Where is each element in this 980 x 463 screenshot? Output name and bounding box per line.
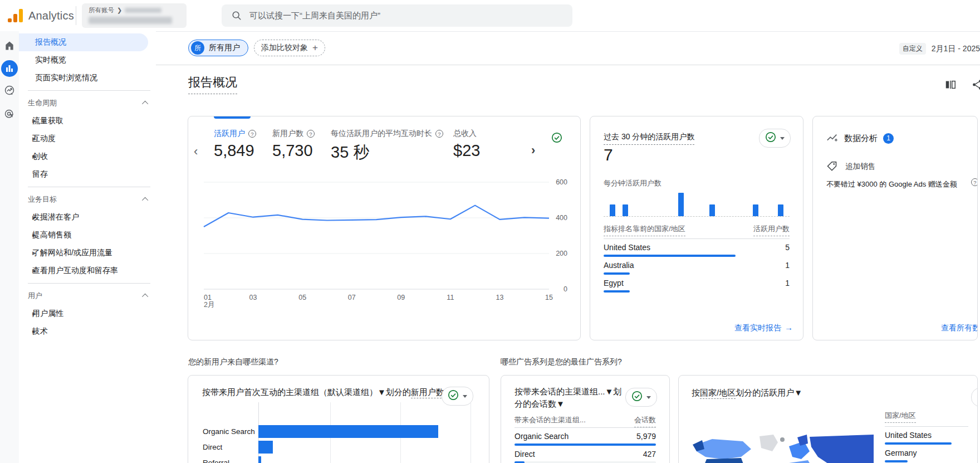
channel-bar — [258, 425, 438, 438]
svg-text:400: 400 — [556, 214, 567, 222]
metric-value: 35 秒 — [331, 142, 453, 164]
realtime-title[interactable]: 过去 30 分钟的活跃用户数 — [604, 132, 694, 145]
channels-chart-title[interactable]: 按带来用户首次互动的主渠道组（默认渠道组）▼划分的新用户数 — [202, 387, 450, 398]
sidebar-item[interactable]: ▶用户属性 — [19, 305, 156, 323]
sidebar-item[interactable]: ▶流量获取 — [19, 112, 156, 130]
sessions-table: Organic Search5,979Direct427 — [514, 428, 656, 463]
selected-metric-indicator — [214, 116, 251, 119]
tag-icon — [826, 161, 837, 172]
sidebar-section-header[interactable]: 业务目标 — [19, 191, 156, 208]
map-country-row: United States — [885, 427, 968, 445]
expand-arrow-icon: ▶ — [19, 118, 32, 124]
metric-label: 每位活跃用户的平均互动时长? — [331, 129, 453, 139]
sidebar-item[interactable]: ▶互动度 — [19, 130, 156, 148]
page-title[interactable]: 报告概况 — [188, 74, 237, 94]
advertising-icon[interactable] — [4, 109, 15, 120]
expand-arrow-icon: ▶ — [19, 250, 32, 256]
help-icon[interactable]: ? — [971, 178, 978, 186]
comparison-row: 所 所有用户 添加比较对象 + — [188, 40, 325, 56]
overview-chart-card: ‹ 活跃用户?5,849新用户数?5,730每位活跃用户的平均互动时长?35 秒… — [188, 116, 581, 340]
metric-tab[interactable]: 活跃用户?5,849 — [214, 129, 272, 164]
sidebar-item[interactable]: 页面实时浏览情况 — [19, 69, 148, 87]
analytics-logo[interactable]: Analytics — [0, 9, 76, 22]
section-label: 生命周期 — [28, 98, 57, 108]
report-content: 所 所有用户 添加比较对象 + 自定义 2月1日 - 2025年 报告概况 — [156, 31, 980, 463]
metric-label: 活跃用户? — [214, 129, 272, 139]
top-countries-header[interactable]: 指标排名靠前的国家/地区 — [604, 224, 685, 236]
header-divider — [156, 65, 980, 65]
sidebar-item[interactable]: 报告概况 — [19, 33, 148, 51]
metric-tab[interactable]: 每位活跃用户的平均互动时长?35 秒 — [331, 129, 453, 164]
all-users-chip[interactable]: 所 所有用户 — [188, 40, 248, 56]
data-quality-icon[interactable] — [551, 132, 562, 145]
minute-bar — [623, 204, 628, 216]
metric-tab[interactable]: 新用户数?5,730 — [272, 129, 331, 164]
help-icon[interactable]: ? — [435, 130, 443, 138]
promo-message[interactable]: 不要错过 ¥3000 的 Google Ads 赠送金额 — [826, 179, 968, 189]
check-circle-icon — [765, 131, 776, 145]
share-icon[interactable] — [971, 79, 980, 91]
active-users-column-header[interactable]: 活跃用户数 — [753, 224, 790, 236]
sessions-data-quality-dropdown[interactable] — [625, 388, 657, 407]
map-title[interactable]: 按国家/地区划分的活跃用户▼ — [692, 388, 802, 398]
account-switcher[interactable]: 所有账号 ❯ — [82, 3, 187, 28]
home-icon[interactable] — [4, 40, 15, 51]
realtime-country-table: United States5Australia1Egypt1 — [604, 239, 790, 293]
help-icon[interactable]: ? — [248, 130, 256, 138]
minute-bar — [778, 204, 783, 216]
reports-icon[interactable] — [1, 60, 18, 77]
channel-label: Organic Search — [203, 427, 255, 436]
expand-arrow-icon: ▶ — [19, 215, 32, 220]
help-icon[interactable]: ? — [307, 130, 315, 138]
svg-text:07: 07 — [348, 294, 356, 301]
google-analytics-icon — [8, 9, 23, 22]
new-users-by-channel-card: 按带来用户首次互动的主渠道组（默认渠道组）▼划分的新用户数 Organic Se… — [188, 375, 489, 463]
view-all-insights-link[interactable]: 查看所有数 — [941, 323, 978, 333]
country-name: Germany — [885, 449, 968, 457]
customize-report-icon[interactable] — [944, 79, 957, 91]
view-realtime-link[interactable]: 查看实时报告→ — [734, 323, 793, 333]
sessions-column-header[interactable]: 会话数 — [634, 415, 656, 427]
metrics-next-chevron[interactable]: › — [531, 143, 535, 158]
metric-value: $23 — [453, 142, 488, 160]
sidebar-item[interactable]: ▶技术 — [19, 323, 156, 340]
section-label: 业务目标 — [28, 194, 57, 204]
explore-icon[interactable] — [4, 85, 15, 96]
sidebar-item-label: 提高销售额 — [32, 230, 71, 240]
svg-text:2月: 2月 — [204, 301, 214, 309]
check-circle-icon — [631, 391, 643, 404]
chevron-up-icon — [142, 197, 148, 203]
channel-bar-row: Referral — [188, 456, 478, 463]
sidebar-section-header[interactable]: 生命周期 — [19, 94, 156, 112]
all-users-label: 所有用户 — [209, 43, 240, 53]
country-value: 5 — [785, 243, 790, 252]
search-bar[interactable]: 可以试搜一下“上周来自美国的用户” — [222, 4, 572, 27]
section-label: 用户 — [28, 291, 42, 301]
channel-bar-row: Organic Search — [188, 425, 478, 438]
map-data-quality-dropdown[interactable] — [971, 388, 978, 407]
account-breadcrumb: 所有账号 — [89, 6, 114, 14]
sidebar-item[interactable]: ▶了解网站和/或应用流量 — [19, 244, 156, 262]
realtime-data-quality-dropdown[interactable] — [759, 129, 791, 148]
sidebar-item-label: 查看用户互动度和留存率 — [32, 266, 118, 276]
detail-cards-row: 按带来用户首次互动的主渠道组（默认渠道组）▼划分的新用户数 Organic Se… — [188, 375, 978, 463]
world-map[interactable] — [690, 434, 874, 463]
date-range-picker[interactable]: 自定义 2月1日 - 2025年 — [899, 43, 980, 55]
sessions-title[interactable]: 按带来会话的主渠道组...▼划 分的会话数▼ — [514, 386, 621, 410]
sidebar-item[interactable]: ▶创收 — [19, 148, 156, 165]
upsell-row[interactable]: 追加销售 — [826, 161, 875, 172]
sidebar-section-header[interactable]: 用户 — [19, 287, 156, 305]
sidebar-item[interactable]: ▶留存 — [19, 165, 156, 183]
add-comparison-chip[interactable]: 添加比较对象 + — [254, 40, 325, 56]
search-placeholder: 可以试搜一下“上周来自美国的用户” — [249, 11, 380, 21]
sidebar-item[interactable]: ▶提高销售额 — [19, 226, 156, 244]
metrics-prev-chevron[interactable]: ‹ — [194, 144, 198, 159]
sidebar-divider — [28, 283, 150, 284]
sidebar-item[interactable]: ▶查看用户互动度和留存率 — [19, 262, 156, 280]
svg-text:15: 15 — [545, 294, 553, 301]
sidebar-item[interactable]: 实时概览 — [19, 51, 148, 69]
sidebar-item-label: 了解网站和/或应用流量 — [32, 248, 112, 258]
country-column-header[interactable]: 国家/地区 — [885, 411, 916, 423]
sidebar-item[interactable]: ▶发掘潜在客户 — [19, 208, 156, 226]
metric-tab[interactable]: 总收入$23 — [453, 129, 488, 164]
